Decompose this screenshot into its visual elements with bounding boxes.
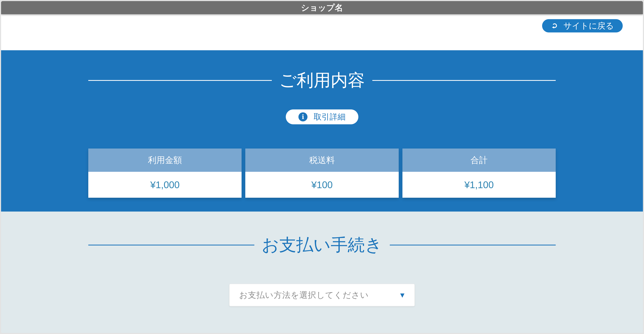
return-arrow-icon xyxy=(551,22,559,30)
usage-amount-column: 利用金額 ¥1,000 xyxy=(88,149,242,198)
tax-shipping-value: ¥100 xyxy=(245,172,398,198)
heading-rule-right xyxy=(372,80,556,81)
usage-amount-value: ¥1,000 xyxy=(88,172,242,198)
transaction-detail-label: 取引詳細 xyxy=(314,112,346,122)
usage-section: ご利用内容 i 取引詳細 利用金額 ¥1,000 税送料 ¥100 xyxy=(1,50,643,211)
usage-section-title: ご利用内容 xyxy=(279,69,365,92)
shop-name-title: ショップ名 xyxy=(301,2,343,13)
total-column: 合計 ¥1,100 xyxy=(402,149,556,198)
payment-method-select[interactable]: お支払い方法を選択してください ▼ xyxy=(229,284,415,306)
chevron-down-icon: ▼ xyxy=(399,292,406,299)
page: ショップ名 サイトに戻る ご利用内容 xyxy=(0,0,644,334)
heading-rule-right xyxy=(390,245,556,245)
back-to-site-button[interactable]: サイトに戻る xyxy=(542,19,623,32)
toolbar: サイトに戻る xyxy=(1,14,643,50)
payment-section: お支払い手続き お支払い方法を選択してください ▼ xyxy=(1,211,643,333)
tax-shipping-column: 税送料 ¥100 xyxy=(245,149,398,198)
usage-table: 利用金額 ¥1,000 税送料 ¥100 合計 ¥1,100 xyxy=(88,149,556,198)
usage-amount-header: 利用金額 xyxy=(88,149,242,172)
usage-section-heading: ご利用内容 xyxy=(88,69,556,92)
heading-rule-left xyxy=(88,245,254,245)
tax-shipping-header: 税送料 xyxy=(245,149,398,172)
topbar: ショップ名 xyxy=(1,1,643,14)
checkout-window: ショップ名 サイトに戻る ご利用内容 xyxy=(1,1,643,333)
total-value: ¥1,100 xyxy=(402,172,556,198)
total-header: 合計 xyxy=(402,149,556,172)
heading-rule-left xyxy=(88,80,272,81)
transaction-detail-button[interactable]: i 取引詳細 xyxy=(286,109,358,124)
payment-section-title: お支払い手続き xyxy=(262,233,382,256)
payment-section-heading: お支払い手続き xyxy=(88,233,556,256)
payment-method-placeholder: お支払い方法を選択してください xyxy=(239,290,399,301)
back-button-label: サイトに戻る xyxy=(564,20,614,31)
info-icon: i xyxy=(298,112,308,121)
